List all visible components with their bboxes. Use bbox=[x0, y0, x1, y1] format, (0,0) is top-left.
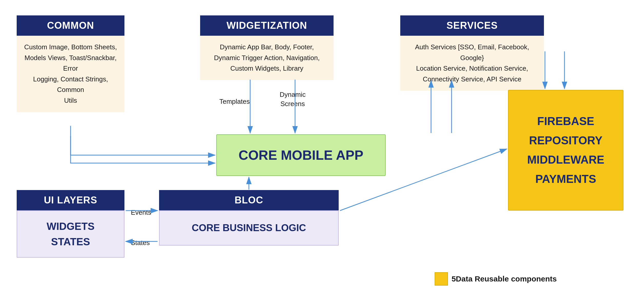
services-header: SERVICES bbox=[400, 15, 544, 36]
firebase-line4: PAYMENTS bbox=[535, 170, 596, 189]
ui-layers-content: WIDGETSSTATES bbox=[17, 210, 124, 258]
services-content: Auth Services [SSO, Email, Facebook, Goo… bbox=[400, 36, 544, 91]
firebase-line3: MIDDLEWARE bbox=[527, 150, 604, 170]
firebase-line1: FIREBASE bbox=[537, 112, 594, 131]
bloc-content: CORE BUSINESS LOGIC bbox=[159, 210, 339, 246]
dynamic-screens-label: DynamicScreens bbox=[280, 90, 306, 109]
widgetization-content: Dynamic App Bar, Body, Footer,Dynamic Tr… bbox=[200, 36, 334, 80]
bloc-header: BLOC bbox=[159, 190, 339, 210]
widgetization-header: WIDGETIZATION bbox=[200, 15, 334, 36]
common-header: COMMON bbox=[17, 15, 124, 36]
services-box: SERVICES Auth Services [SSO, Email, Face… bbox=[400, 15, 544, 91]
ui-layers-box: UI LAYERS WIDGETSSTATES bbox=[17, 190, 124, 258]
diagram: COMMON Custom Image, Bottom Sheets,Model… bbox=[0, 0, 644, 301]
bloc-box: BLOC CORE BUSINESS LOGIC bbox=[159, 190, 339, 246]
common-box: COMMON Custom Image, Bottom Sheets,Model… bbox=[17, 15, 124, 112]
firebase-line2: REPOSITORY bbox=[529, 131, 602, 150]
core-mobile-app-label: CORE MOBILE APP bbox=[239, 147, 363, 163]
common-content: Custom Image, Bottom Sheets,Models Views… bbox=[17, 36, 124, 112]
firebase-box: FIREBASE REPOSITORY MIDDLEWARE PAYMENTS bbox=[508, 90, 623, 211]
ui-layers-header: UI LAYERS bbox=[17, 190, 124, 210]
core-mobile-app-box: CORE MOBILE APP bbox=[216, 134, 386, 176]
legend-color-box bbox=[435, 272, 448, 286]
templates-label: Templates bbox=[219, 98, 250, 106]
legend: 5Data Reusable components bbox=[435, 272, 557, 286]
legend-text: 5Data Reusable components bbox=[452, 275, 557, 283]
events-label: Events bbox=[131, 209, 151, 217]
states-label: States bbox=[131, 239, 150, 247]
widgetization-box: WIDGETIZATION Dynamic App Bar, Body, Foo… bbox=[200, 15, 334, 80]
